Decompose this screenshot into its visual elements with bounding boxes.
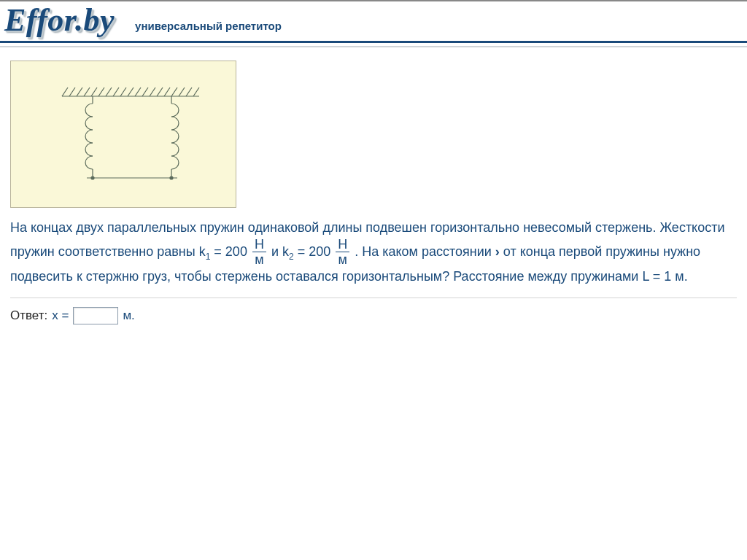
text-and: и k xyxy=(268,244,289,259)
frac-den-2: м xyxy=(336,252,349,266)
frac-num-2: Н xyxy=(336,238,349,252)
svg-line-9 xyxy=(120,88,126,96)
svg-line-17 xyxy=(179,88,185,96)
svg-line-18 xyxy=(186,88,192,96)
svg-line-19 xyxy=(193,88,199,96)
text-eq2: = 200 xyxy=(294,244,335,259)
svg-line-8 xyxy=(113,88,119,96)
frac-num: Н xyxy=(252,238,266,252)
svg-line-16 xyxy=(171,88,177,96)
answer-input[interactable] xyxy=(73,307,118,324)
svg-line-2 xyxy=(69,88,75,96)
svg-line-13 xyxy=(150,88,155,96)
fraction-2: Нм xyxy=(336,238,349,266)
site-tagline: универсальный репетитор xyxy=(128,20,282,36)
svg-line-11 xyxy=(135,88,141,96)
answer-unit: м. xyxy=(123,308,134,323)
answer-variable: x = xyxy=(52,308,69,323)
svg-line-14 xyxy=(157,88,163,96)
text-eq1: = 200 xyxy=(210,244,251,259)
problem-figure xyxy=(10,61,236,208)
text-part-1b: . На каком расстоянии xyxy=(351,244,495,259)
answer-label: Ответ: xyxy=(10,308,47,323)
svg-line-12 xyxy=(142,88,148,96)
problem-statement: На концах двух параллельных пружин одина… xyxy=(10,218,737,287)
frac-den: м xyxy=(252,252,266,266)
svg-line-4 xyxy=(84,88,90,96)
content-area: На концах двух параллельных пружин одина… xyxy=(0,47,747,324)
svg-line-1 xyxy=(62,88,68,96)
site-logo: Effor.by xyxy=(0,4,128,36)
chevron-right-icon: › xyxy=(495,244,500,259)
fraction-1: Нм xyxy=(252,238,266,266)
springs-diagram-svg xyxy=(11,61,237,209)
separator xyxy=(10,298,737,298)
answer-row: Ответ: x = м. xyxy=(10,307,737,324)
svg-line-15 xyxy=(164,88,170,96)
svg-line-7 xyxy=(106,88,112,96)
k2-subscript: 2 xyxy=(289,252,294,262)
svg-line-6 xyxy=(98,88,104,96)
svg-line-5 xyxy=(91,88,97,96)
header-bar: Effor.by универсальный репетитор xyxy=(0,0,747,43)
svg-line-3 xyxy=(77,88,82,96)
svg-line-10 xyxy=(128,88,133,96)
